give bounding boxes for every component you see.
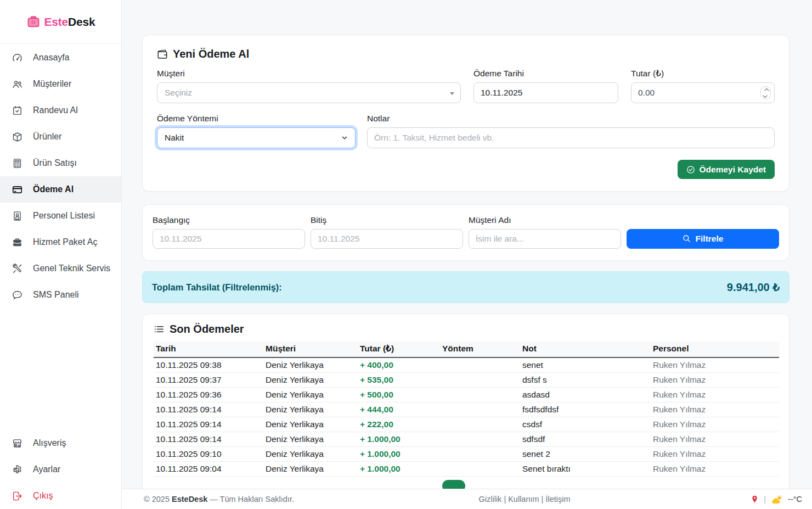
sidebar-item-label: Anasayfa — [33, 53, 70, 63]
table-row: 10.11.2025 09:04 Deniz Yerlikaya + 1.000… — [154, 462, 779, 477]
sidebar-item-anasayfa[interactable]: Anasayfa — [0, 44, 121, 71]
start-date-label: Başlangıç — [153, 215, 305, 225]
payment-form-actions: Ödemeyi Kaydet — [157, 160, 775, 179]
customer-name-input[interactable] — [469, 229, 621, 249]
cell-method — [440, 388, 520, 402]
sidebar-item-hizmet-paket-ac[interactable]: Hizmet Paket Aç — [0, 229, 121, 255]
table-row: 10.11.2025 09:38 Deniz Yerlikaya + 400,0… — [154, 357, 779, 373]
payments-table: Tarih Müşteri Tutar (₺) Yöntem Not Perso… — [154, 342, 779, 496]
start-date-input[interactable] — [153, 229, 305, 249]
cell-amount: + 222,00 — [358, 417, 440, 432]
cell-amount: + 1.000,00 — [358, 447, 440, 462]
sidebar-item-urun-satisi[interactable]: Ürün Satışı — [0, 150, 121, 176]
list-icon — [154, 324, 165, 335]
column-header-date: Tarih — [154, 342, 263, 357]
check-circle-icon — [686, 165, 695, 174]
notes-label: Notlar — [367, 114, 775, 124]
payment-method-label: Ödeme Yöntemi — [157, 114, 356, 124]
total-label: Toplam Tahsilat (Filtrelenmiş): — [152, 282, 282, 293]
recent-payments-title: Son Ödemeler — [154, 323, 778, 335]
location-pin-icon[interactable] — [751, 495, 759, 504]
sidebar-item-label: Müşteriler — [33, 79, 71, 89]
total-collection-banner: Toplam Tahsilat (Filtrelenmiş): 9.941,00… — [142, 271, 790, 303]
calculator-icon — [12, 158, 22, 169]
search-icon — [683, 234, 691, 243]
cell-staff: Ruken Yılmaz — [651, 462, 779, 477]
filter-grid: Başlangıç Bitiş Müşteri Adı F — [153, 215, 779, 249]
sidebar-item-ayarlar[interactable]: Ayarlar — [0, 456, 121, 483]
cell-amount: + 444,00 — [358, 402, 440, 417]
wallet-icon — [157, 49, 168, 60]
sidebar-item-urunler[interactable]: Ürünler — [0, 124, 121, 150]
table-row: 10.11.2025 09:37 Deniz Yerlikaya + 535,0… — [154, 373, 779, 388]
end-date-input[interactable] — [311, 229, 463, 249]
table-row: 10.11.2025 09:36 Deniz Yerlikaya + 500,0… — [154, 388, 779, 402]
cell-method — [440, 432, 520, 447]
briefcase-icon — [12, 237, 22, 248]
table-row: 10.11.2025 09:14 Deniz Yerlikaya + 1.000… — [154, 432, 779, 447]
customer-select[interactable]: Seçiniz — [157, 82, 461, 103]
column-header-method: Yöntem — [440, 342, 520, 357]
table-row: 10.11.2025 09:14 Deniz Yerlikaya + 444,0… — [154, 402, 779, 417]
sidebar-item-label: Çıkış — [33, 491, 53, 501]
cell-note: asdasd — [520, 388, 651, 402]
sidebar-item-alisveris[interactable]: Alışveriş — [0, 430, 121, 456]
number-stepper[interactable] — [760, 86, 771, 99]
end-date-label: Bitiş — [311, 215, 463, 225]
cell-staff: Ruken Yılmaz — [651, 417, 779, 432]
sidebar-item-label: Alışveriş — [33, 438, 66, 448]
table-body: 10.11.2025 09:38 Deniz Yerlikaya + 400,0… — [154, 357, 779, 477]
amount-input[interactable] — [631, 82, 775, 103]
cell-note: csdsf — [520, 417, 651, 432]
sidebar-item-label: Randevu Al — [33, 105, 78, 115]
cell-method — [440, 447, 520, 462]
sidebar-nav: Anasayfa Müşteriler Randevu Al Ürünler — [0, 44, 121, 308]
sidebar-item-odeme-al[interactable]: Ödeme Al — [0, 176, 121, 203]
sidebar-item-label: Ödeme Al — [33, 184, 74, 194]
sidebar-item-musteriler[interactable]: Müşteriler — [0, 71, 121, 97]
cell-method — [440, 373, 520, 388]
cell-customer: Deniz Yerlikaya — [263, 462, 358, 477]
sidebar-item-sms-paneli[interactable]: SMS Paneli — [0, 282, 121, 308]
sidebar-item-label: Genel Teknik Servis — [33, 264, 110, 273]
cell-staff: Ruken Yılmaz — [651, 402, 779, 417]
copyright-text: © 2025 EsteDesk — Tüm Hakları Saklıdır. — [144, 495, 294, 504]
customer-name-label: Müşteri Adı — [469, 215, 621, 225]
cell-note: sdfsdf — [520, 432, 651, 447]
customer-label: Müşteri — [157, 69, 461, 79]
cell-staff: Ruken Yılmaz — [651, 432, 779, 447]
column-header-amount: Tutar (₺) — [358, 342, 440, 357]
customer-name-field-group: Müşteri Adı — [469, 215, 621, 249]
start-date-field-group: Başlangıç — [153, 215, 305, 249]
sidebar-item-label: Ürün Satışı — [33, 158, 77, 168]
cell-amount: + 1.000,00 — [358, 462, 440, 477]
payment-date-input[interactable] — [473, 82, 618, 103]
cell-staff: Ruken Yılmaz — [651, 388, 779, 402]
payment-method-select[interactable]: Nakit — [157, 127, 356, 148]
logout-icon — [12, 491, 22, 501]
page-footer: © 2025 EsteDesk — Tüm Hakları Saklıdır. … — [122, 489, 812, 509]
sidebar-item-cikis[interactable]: Çıkış — [0, 483, 121, 509]
brand-logo[interactable]: EsteDesk — [0, 0, 121, 44]
footer-links[interactable]: Gizlilik | Kullanım | İletişim — [478, 495, 570, 504]
cell-method — [440, 357, 520, 373]
payment-form-row-1: Müşteri Seçiniz Ödeme Tarihi Tutar (₺) — [157, 69, 775, 103]
cell-customer: Deniz Yerlikaya — [263, 417, 358, 432]
notes-input[interactable] — [367, 127, 775, 148]
cell-note: senet — [520, 357, 651, 373]
save-payment-button[interactable]: Ödemeyi Kaydet — [678, 160, 775, 179]
sidebar-item-randevu-al[interactable]: Randevu Al — [0, 97, 121, 124]
sidebar-item-genel-teknik-servis[interactable]: Genel Teknik Servis — [0, 255, 121, 282]
cell-note: senet 2 — [520, 447, 651, 462]
cell-date: 10.11.2025 09:14 — [154, 402, 263, 417]
customer-field-group: Müşteri Seçiniz — [157, 69, 461, 103]
weather-icon — [771, 495, 783, 504]
sidebar-item-label: Hizmet Paket Aç — [33, 237, 97, 247]
app-root: EsteDesk Anasayfa Müşteriler Randevu Al — [0, 0, 812, 509]
chat-dots-icon — [12, 290, 22, 300]
filter-button[interactable]: Filtrele — [627, 229, 779, 249]
cell-method — [440, 417, 520, 432]
sidebar-item-personel-listesi[interactable]: Personel Listesi — [0, 203, 121, 229]
sidebar: EsteDesk Anasayfa Müşteriler Randevu Al — [0, 0, 122, 509]
briefcase-logo-icon — [26, 15, 41, 29]
